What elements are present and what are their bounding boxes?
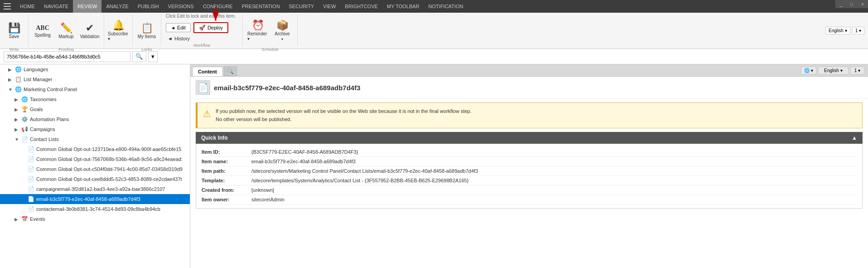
sidebar-item-taxonomies[interactable]: ▶ 🌐 Taxonomies bbox=[0, 94, 190, 104]
nav-notification[interactable]: NOTIFICATION bbox=[424, 0, 468, 13]
info-value-template: /sitecore/templates/System/Analytics/Con… bbox=[251, 178, 468, 183]
info-row-created: Created from: [unknown] bbox=[202, 185, 857, 195]
campaign-email-icon: 📄 bbox=[27, 185, 34, 193]
edit-icon: ◄ bbox=[171, 25, 175, 30]
nav-review[interactable]: REVIEW bbox=[73, 0, 101, 13]
nav-analyze[interactable]: ANALYZE bbox=[101, 0, 133, 13]
content-header: 📄 email-b3c5f779-e2ec-40af-8458-a689adb7… bbox=[190, 77, 868, 99]
events-icon: 📅 bbox=[21, 215, 28, 223]
sidebar-item-events[interactable]: ▶ 📅 Events bbox=[0, 214, 190, 224]
my-items-button[interactable]: 📋 My Items bbox=[135, 15, 158, 46]
sidebar-item-campaigns[interactable]: ▶ 📢 Campaigns bbox=[0, 124, 190, 134]
taxonomies-label: Taxonomies bbox=[30, 97, 57, 102]
spelling-button[interactable]: ABC Spelling bbox=[31, 15, 54, 46]
sidebar-item-list-manager[interactable]: ▶ 📋 List Manager bbox=[0, 74, 190, 84]
sidebar-item-opt-out-4[interactable]: 📄 Common Global Opt-out-cee8ddd5-52c3-48… bbox=[0, 174, 190, 184]
archive-button[interactable]: 📦 Archive ▾ bbox=[271, 15, 294, 46]
minimize-button[interactable]: _ bbox=[835, 0, 846, 8]
quick-info-collapse-icon: ▲ bbox=[852, 135, 857, 141]
tab-content[interactable]: Content bbox=[192, 67, 223, 76]
tab-search[interactable]: 🔍 bbox=[224, 66, 237, 76]
subscribe-button[interactable]: 🔔 Subscribe ▾ bbox=[107, 15, 130, 46]
marketing-label: Marketing Control Panel bbox=[24, 87, 77, 92]
opt-out-4-label: Common Global Opt-out-cee8ddd5-52c3-4853… bbox=[36, 176, 182, 182]
sidebar-item-contact-email[interactable]: 📄 contactemail-3b0b8381-3c74-4514-8d93-0… bbox=[0, 204, 190, 214]
ribbon: 💾 Save Write ABC Spelling ✏️ Markup ✔ Va… bbox=[0, 13, 868, 49]
deploy-button[interactable]: 🚀 Deploy bbox=[193, 22, 228, 33]
nav-my-toolbar[interactable]: MY TOOLBAR bbox=[382, 0, 424, 13]
expand-icon-marketing: ▼ bbox=[8, 87, 14, 92]
languages-label: Languages bbox=[24, 67, 48, 72]
sidebar-item-automation-plans[interactable]: ▶ ⚙️ Automation Plans bbox=[0, 114, 190, 124]
reminder-icon: ⏰ bbox=[252, 20, 264, 30]
campaigns-icon: 📢 bbox=[21, 126, 28, 133]
expand-icon-campaigns: ▶ bbox=[14, 127, 21, 132]
sidebar-item-opt-out-1[interactable]: 📄 Common Global Opt-out-123710ea-e800-49… bbox=[0, 144, 190, 154]
close-button[interactable]: × bbox=[857, 0, 868, 8]
warning-line2: No other version will be published. bbox=[216, 116, 472, 124]
info-label-name: Item name: bbox=[202, 159, 251, 164]
window-controls: _ □ × bbox=[835, 0, 868, 8]
language-dropdown[interactable]: 🌐 ▾ bbox=[801, 67, 816, 74]
version-dropdown[interactable]: 1 ▾ bbox=[850, 67, 864, 74]
sidebar-item-campaign-email[interactable]: 📄 campaignemail-3f2d81a2-bad3-4ee3-a92a-… bbox=[0, 184, 190, 194]
info-row-id: Item ID: {B3C5F779-E2EC-40AF-8458-A689AD… bbox=[202, 147, 857, 157]
sidebar-item-opt-out-3[interactable]: 📄 Common Global Opt-out-c504f0dd-7941-4c… bbox=[0, 164, 190, 174]
sidebar-item-marketing-control-panel[interactable]: ▼ 🌐 Marketing Control Panel bbox=[0, 84, 190, 94]
top-nav: HOME NAVIGATE REVIEW ANALYZE PUBLISH VER… bbox=[0, 0, 868, 13]
opt-out-1-icon: 📄 bbox=[27, 146, 34, 153]
sidebar-item-opt-out-2[interactable]: 📄 Common Global Opt-out-7567068b-536b-46… bbox=[0, 154, 190, 164]
opt-out-4-icon: 📄 bbox=[27, 175, 34, 183]
campaign-email-label: campaignemail-3f2d81a2-bad3-4ee3-a92a-ba… bbox=[36, 186, 165, 192]
deploy-arrow-indicator bbox=[202, 5, 229, 23]
hamburger-menu[interactable] bbox=[2, 1, 13, 12]
content-panel: 📄 email-b3c5f779-e2ec-40af-8458-a689adb7… bbox=[190, 77, 868, 268]
info-value-owner: sitecore\Admin bbox=[251, 197, 285, 202]
history-button[interactable]: ◄ History bbox=[166, 35, 238, 42]
list-manager-label: List Manager bbox=[24, 77, 53, 82]
sidebar-item-contact-lists[interactable]: ▼ 📄 Contact Lists bbox=[0, 134, 190, 144]
info-row-template: Template: /sitecore/templates/System/Ana… bbox=[202, 176, 857, 185]
nav-publish[interactable]: PUBLISH bbox=[133, 0, 164, 13]
markup-button[interactable]: ✏️ Markup bbox=[55, 15, 77, 46]
address-search-button[interactable]: 🔍 bbox=[132, 51, 146, 62]
address-dropdown-button[interactable]: ▾ bbox=[148, 51, 158, 62]
version-selector[interactable]: 1 ▾ bbox=[852, 27, 864, 34]
expand-icon-languages: ▶ bbox=[8, 67, 14, 72]
info-label-owner: Item owner: bbox=[202, 197, 251, 202]
deploy-label: Deploy bbox=[207, 25, 223, 30]
validation-button[interactable]: ✔ Validation bbox=[78, 15, 101, 46]
maximize-button[interactable]: □ bbox=[846, 0, 857, 8]
validation-label: Validation bbox=[80, 34, 99, 39]
sidebar-item-goals[interactable]: ▶ 🏆 Goals bbox=[0, 104, 190, 114]
archive-label: Archive bbox=[275, 31, 289, 36]
edit-button[interactable]: ◄ Edit bbox=[166, 23, 191, 32]
save-icon: 💾 bbox=[8, 23, 20, 33]
expand-icon-goals: ▶ bbox=[14, 107, 21, 112]
nav-navigate[interactable]: NAVIGATE bbox=[39, 0, 73, 13]
my-items-label: My Items bbox=[138, 34, 156, 39]
nav-security[interactable]: SECURITY bbox=[285, 0, 319, 13]
nav-versions[interactable]: VERSIONS bbox=[164, 0, 198, 13]
info-value-name: email-b3c5f779-e2ec-40af-8458-a689adb7d4… bbox=[251, 159, 356, 164]
sidebar-item-languages[interactable]: ▶ 🌐 Languages bbox=[0, 64, 190, 74]
info-value-created: [unknown] bbox=[251, 187, 274, 193]
nav-brightcove[interactable]: BRIGHTCOVE bbox=[340, 0, 382, 13]
taxonomies-icon: 🌐 bbox=[21, 96, 28, 103]
item-big-icon: 📄 bbox=[196, 80, 210, 95]
nav-presentation[interactable]: PRESENTATION bbox=[237, 0, 285, 13]
sidebar-item-email-selected[interactable]: 📄 email-b3c5f779-e2ec-40af-8458-a689adb7… bbox=[0, 194, 190, 204]
save-label: Save bbox=[9, 34, 19, 39]
history-label: History bbox=[174, 36, 190, 41]
nav-home[interactable]: HOME bbox=[15, 0, 39, 13]
language-selector[interactable]: English ▾ bbox=[825, 27, 850, 34]
quick-info-title: Quick Info bbox=[201, 135, 228, 141]
expand-icon-list-manager: ▶ bbox=[8, 77, 14, 82]
deploy-icon: 🚀 bbox=[199, 24, 206, 31]
reminder-button[interactable]: ⏰ Reminder ▾ bbox=[246, 15, 269, 46]
quick-info-header[interactable]: Quick Info ▲ bbox=[196, 132, 863, 144]
address-input[interactable]: 7556766e-b14b-458e-a54d-14b6f8b3d0c5 bbox=[4, 51, 130, 62]
save-button[interactable]: 💾 Save bbox=[3, 15, 25, 46]
nav-view[interactable]: VIEW bbox=[318, 0, 340, 13]
english-dropdown[interactable]: English ▾ bbox=[818, 67, 849, 74]
